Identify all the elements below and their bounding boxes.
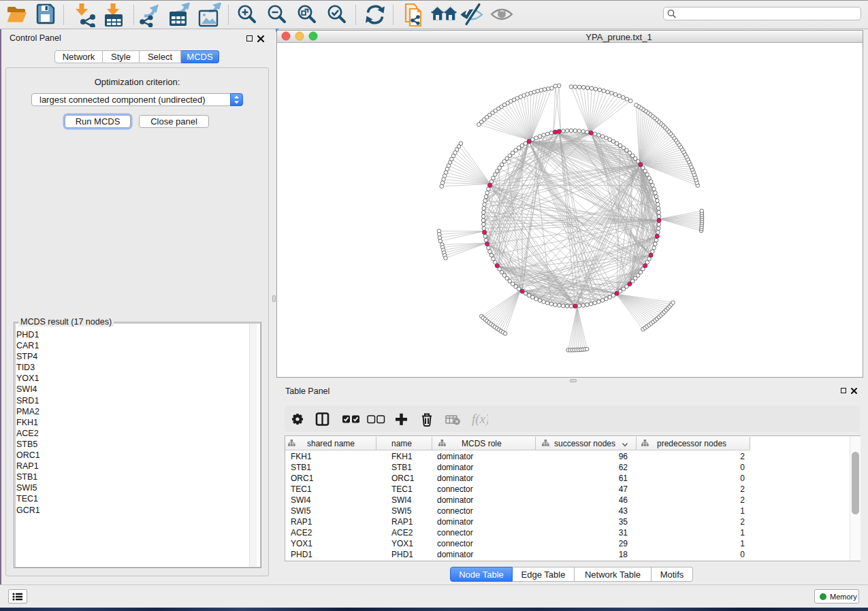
svg-text:f(x): f(x): [472, 412, 488, 427]
